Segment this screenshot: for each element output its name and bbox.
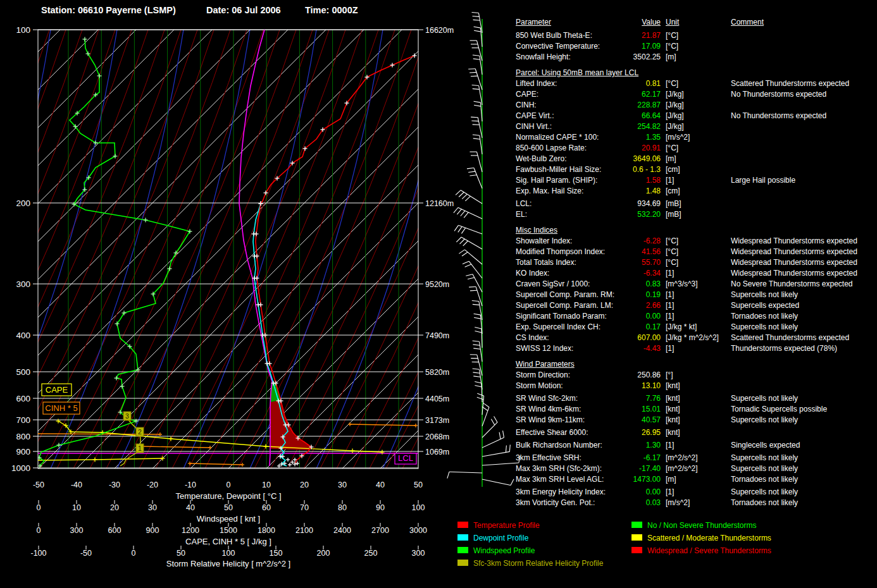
param-row: Convective Temperature:17.09[°C] [516, 41, 874, 52]
cinh-profile-segment [350, 424, 416, 426]
axis-tick-label: 10 [262, 481, 271, 489]
wind-barb-tick [470, 72, 476, 73]
wind-barb [482, 422, 497, 438]
wind-barb-tick [457, 209, 461, 214]
axis-tick-label: 20 [300, 481, 309, 489]
param-unit: [1] [661, 440, 726, 451]
section-header: Parcel: Using 50mB mean layer LCL [516, 68, 874, 78]
axis-tick-label: 2100 [295, 526, 313, 535]
wind-barb-tick [473, 376, 480, 377]
param-comment [726, 143, 874, 154]
param-row: Normalized CAPE * 100:1.35[m/s^2] [516, 132, 874, 143]
param-label: Convective Temperature: [516, 41, 618, 52]
param-value: 0.17 [618, 322, 661, 333]
axis-tick-label: 80 [338, 503, 347, 512]
axis-title: Temperature, Dewpoint [ °C ] [175, 491, 281, 501]
axis-tick-label: 150 [270, 549, 283, 558]
param-comment [726, 209, 874, 220]
adiabat-line [90, 30, 280, 469]
wind-barb [482, 479, 511, 486]
param-value: -6.28 [618, 236, 661, 247]
axis-tick-label: 10 [72, 503, 81, 512]
param-comment: Widespread Thunderstorms expected [726, 257, 874, 268]
wind-barb-tick [473, 138, 480, 139]
axis-tick-label: 20 [110, 503, 119, 512]
param-label: CINH Virt.: [516, 121, 618, 132]
param-comment: Tornadoes not likely [726, 498, 874, 508]
wind-barb-tick [468, 278, 475, 279]
wind-barb-tick [465, 196, 470, 201]
param-label: CAPE: [516, 89, 618, 100]
wind-barb-tick [458, 226, 462, 232]
param-comment: Supercells expected [726, 300, 874, 311]
axis-tick-label: -40 [71, 481, 82, 489]
param-unit: [mB] [661, 199, 726, 209]
param-value: 62.17 [618, 89, 661, 100]
sounding-app: 10016620m20012160m3009520m4007490m500582… [0, 0, 877, 588]
wind-barb-tick [462, 194, 467, 199]
wind-barb-tick [465, 264, 471, 267]
param-comment: Tornadoes not likely [726, 474, 874, 485]
wind-barb-tick [474, 27, 481, 28]
param-value: 20.91 [618, 143, 661, 154]
param-label: SR Wind Sfc-2km: [516, 393, 618, 404]
axis-tick-label: 70 [300, 503, 309, 512]
param-comment: Thunderstorms expected (78%) [726, 343, 874, 354]
param-label: Storm Direction: [516, 370, 618, 381]
header-parameter: Parameter [516, 17, 618, 28]
param-comment: Scattered Thunderstorms expected [726, 333, 874, 343]
wind-barb [478, 118, 482, 138]
param-value: 55.70 [618, 257, 661, 268]
wind-barb-tick [456, 190, 461, 195]
param-unit: [m] [661, 52, 726, 63]
altitude-label: 3173m [425, 416, 449, 425]
wind-barb-tick [473, 125, 480, 125]
param-value: -6.34 [618, 268, 661, 279]
wind-barb-tick [473, 55, 480, 56]
param-comment [726, 199, 874, 209]
param-row: Modified Thompson Index:41.56[°C]Widespr… [516, 247, 874, 257]
axis-tick-label: 50 [414, 481, 423, 489]
wind-barb-tick [472, 85, 479, 86]
param-label: Fawbush-Miller Hail Size: [516, 164, 618, 175]
param-comment [726, 52, 874, 63]
param-value: 17.09 [618, 41, 661, 52]
time-title: Time: 0000Z [305, 5, 358, 15]
param-unit: [J/kg] [661, 89, 726, 100]
axis-tick-label: 1800 [258, 526, 275, 535]
pressure-label: 400 [16, 331, 30, 340]
axis-tick-label: 50 [224, 503, 233, 512]
param-value: 41.56 [618, 247, 661, 257]
param-row: Storm Motion:13.10[knt] [516, 381, 874, 391]
param-label: Max 3km SRH Level AGL: [516, 474, 618, 485]
param-value: 532.20 [618, 209, 661, 220]
param-unit: [cm] [661, 164, 726, 175]
axis-tick-label: 600 [108, 526, 121, 535]
param-value: 0.6 - 1.3 [618, 164, 661, 175]
param-value: 250.86 [618, 370, 661, 381]
param-comment [726, 132, 874, 143]
param-value: 1.58 [618, 175, 661, 186]
wind-barb-tick [471, 76, 478, 77]
wind-barb-tick [473, 304, 480, 305]
param-row: Significant Tornado Param:0.00[1]Tornado… [516, 311, 874, 322]
param-row: SR Wind Sfc-2km:7.76[knt]Supercells not … [516, 393, 874, 404]
pressure-label: 100 [16, 25, 30, 35]
param-label: 850-600 Lapse Rate: [516, 143, 618, 154]
wind-barb-tick [472, 300, 479, 301]
adiabat-line [221, 30, 411, 469]
pressure-label: 800 [16, 432, 30, 441]
param-row: Showalter Index:-6.28[°C]Widespread Thun… [516, 236, 874, 247]
srh-km-marker-label: 1 [138, 444, 142, 452]
param-unit: [m^3/s^3] [661, 279, 726, 290]
param-value: 66.64 [618, 111, 661, 121]
pressure-label: 200 [16, 199, 30, 208]
param-row: EL:532.20[mB] [516, 209, 874, 220]
param-row: 850 Wet Bulb Theta-E:21.87[°C] [516, 30, 874, 41]
pressure-label: 900 [16, 447, 30, 456]
param-unit: [knt] [661, 427, 726, 438]
pressure-label: 700 [16, 415, 30, 425]
param-label: Supercell Comp. Param. LM: [516, 300, 618, 311]
param-label: 3km Vorticity Gen. Pot.: [516, 498, 618, 508]
param-row: Lifted Index:0.81[°C]Scattered Thunderst… [516, 78, 874, 89]
